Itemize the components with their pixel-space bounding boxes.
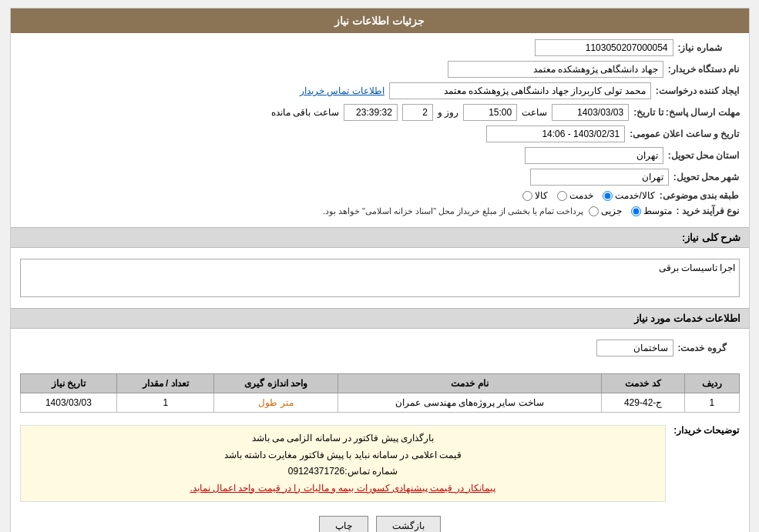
roz-input[interactable] bbox=[402, 104, 433, 121]
tozihat-section: توضیحات خریدار: بارگذاری پیش فاکتور در س… bbox=[11, 419, 749, 508]
form-section: شماره نیاز: نام دستگاه خریدار: ایجاد کنن… bbox=[11, 33, 749, 227]
tozihat-line4: پیمانکار در قیمت پیشنهادی کسورات بیمه و … bbox=[29, 480, 658, 497]
shahr-row: شهر محل تحویل: bbox=[20, 169, 740, 186]
groupe-khedmat-label: گروه خدمت: bbox=[678, 343, 740, 353]
cell-radif: 1 bbox=[685, 393, 739, 413]
kala-radio-label: کالا bbox=[535, 190, 548, 201]
roz-label: روز و bbox=[438, 107, 458, 118]
kala-radio[interactable] bbox=[522, 191, 532, 201]
main-container: جزئیات اطلاعات نیاز شماره نیاز: نام دستگ… bbox=[10, 8, 750, 532]
sharh-section bbox=[11, 253, 749, 308]
page-header: جزئیات اطلاعات نیاز bbox=[11, 8, 749, 33]
button-row: بازگشت چاپ bbox=[11, 508, 749, 532]
tozihat-line3: شماره تماس:09124371726 bbox=[29, 463, 658, 480]
ostan-label: استان محل تحویل: bbox=[668, 150, 740, 161]
page-title: جزئیات اطلاعات نیاز bbox=[334, 15, 425, 27]
mohlat-row: مهلت ارسال پاسخ: تا تاریخ: ساعت روز و سا… bbox=[20, 104, 740, 121]
tabaghe-row: طبقه بندی موضوعی: کالا خدمت کالا/خدمت bbox=[20, 190, 740, 201]
motevaset-radio-label: متوسط bbox=[643, 206, 672, 216]
sharh-section-title: شرح کلی نیاز: bbox=[11, 227, 749, 248]
kala-radio-item[interactable]: کالا bbox=[522, 190, 548, 201]
shomare-niaz-label: شماره نیاز: bbox=[678, 42, 740, 53]
saat-label: ساعت bbox=[522, 107, 547, 118]
col-tarikh: تاریخ نیاز bbox=[20, 374, 117, 393]
jozii-radio[interactable] bbox=[589, 206, 599, 216]
nam-dasgah-input[interactable] bbox=[448, 61, 663, 78]
ettelaat-link[interactable]: اطلاعات تماس خریدار bbox=[300, 85, 385, 96]
tozihat-content: بارگذاری پیش فاکتور در سامانه الزامی می … bbox=[20, 425, 667, 502]
col-nam: نام خدمت bbox=[338, 374, 602, 393]
sharh-textarea[interactable] bbox=[20, 259, 740, 297]
tarikh-saat-row: تاریخ و ساعت اعلان عمومی: bbox=[20, 125, 740, 142]
groupe-khedmat-input[interactable] bbox=[596, 340, 673, 356]
ijad-konande-row: ایجاد کننده درخواست: اطلاعات تماس خریدار bbox=[20, 82, 740, 99]
khedmat-section-title: اطلاعات خدمات مورد نیاز bbox=[11, 308, 749, 329]
cell-nam: ساخت سایر پروژه‌های مهندسی عمران bbox=[338, 393, 602, 413]
tozihat-line1: بارگذاری پیش فاکتور در سامانه الزامی می … bbox=[29, 430, 658, 447]
back-button[interactable]: بازگشت bbox=[376, 516, 441, 532]
tarikh-saat-label: تاریخ و ساعت اعلان عمومی: bbox=[630, 129, 739, 139]
motevaset-radio[interactable] bbox=[631, 206, 641, 216]
groupe-khedmat-row: گروه خدمت: bbox=[20, 340, 740, 356]
shahr-input[interactable] bbox=[530, 169, 669, 186]
groupe-khedmat-section: گروه خدمت: bbox=[11, 333, 749, 367]
ijad-konande-label: ایجاد کننده درخواست: bbox=[656, 85, 740, 96]
nam-dasgah-row: نام دستگاه خریدار: bbox=[20, 61, 740, 78]
mohlat-label: مهلت ارسال پاسخ: تا تاریخ: bbox=[633, 107, 739, 118]
kala-khedmat-radio-item[interactable]: کالا/خدمت bbox=[603, 190, 654, 201]
motevaset-radio-item[interactable]: متوسط bbox=[631, 206, 672, 216]
table-section: ردیف کد خدمت نام خدمت واحد اندازه گیری ت… bbox=[11, 367, 749, 419]
date-input[interactable] bbox=[552, 104, 629, 121]
shomare-niaz-row: شماره نیاز: bbox=[20, 39, 740, 56]
khedmat-radio[interactable] bbox=[557, 191, 567, 201]
jozii-radio-label: جزیی bbox=[601, 206, 622, 216]
shahr-label: شهر محل تحویل: bbox=[673, 172, 740, 182]
kala-khedmat-radio[interactable] bbox=[603, 191, 613, 201]
farayand-note: پرداخت تمام یا بخشی از مبلغ خریداز محل "… bbox=[323, 206, 584, 216]
ostan-row: استان محل تحویل: bbox=[20, 147, 740, 164]
khedmat-radio-label: خدمت bbox=[569, 190, 593, 201]
ostan-input[interactable] bbox=[525, 147, 663, 164]
tarikh-saat-input[interactable] bbox=[486, 125, 625, 142]
tozihat-line2: قیمت اعلامی در سامانه نباید با پیش فاکتو… bbox=[29, 447, 658, 464]
baghimandeh-input[interactable] bbox=[344, 104, 398, 121]
col-vahed: واحد اندازه گیری bbox=[214, 374, 338, 393]
tozihat-label: توضیحات خریدار: bbox=[673, 425, 739, 436]
jozii-radio-item[interactable]: جزیی bbox=[589, 206, 622, 216]
cell-tarikh: 1403/03/03 bbox=[20, 393, 117, 413]
col-radif: ردیف bbox=[685, 374, 739, 393]
table-row: 1 ج-42-429 ساخت سایر پروژه‌های مهندسی عم… bbox=[20, 393, 739, 413]
saat-input[interactable] bbox=[463, 104, 517, 121]
sharh-row bbox=[20, 259, 740, 297]
print-button[interactable]: چاپ bbox=[319, 516, 368, 532]
cell-kod: ج-42-429 bbox=[601, 393, 684, 413]
khedmat-radio-item[interactable]: خدمت bbox=[557, 190, 593, 201]
ijad-konande-input[interactable] bbox=[389, 82, 651, 99]
tabaghe-label: طبقه بندی موضوعی: bbox=[660, 190, 740, 201]
khedmat-title: اطلاعات خدمات مورد نیاز bbox=[634, 313, 741, 324]
col-tedad: تعداد / مقدار bbox=[117, 374, 214, 393]
cell-tedad: 1 bbox=[117, 393, 214, 413]
kala-khedmat-radio-label: کالا/خدمت bbox=[615, 190, 654, 201]
nam-dasgah-label: نام دستگاه خریدار: bbox=[668, 64, 740, 75]
table-header-row: ردیف کد خدمت نام خدمت واحد اندازه گیری ت… bbox=[20, 374, 739, 393]
nove-farayand-label: نوع فرآیند خرید : bbox=[677, 206, 740, 216]
tabaghe-radio-group: کالا خدمت کالا/خدمت bbox=[522, 190, 654, 201]
khedmat-table: ردیف کد خدمت نام خدمت واحد اندازه گیری ت… bbox=[20, 373, 740, 413]
nove-farayand-radio-group: جزیی متوسط bbox=[589, 206, 672, 216]
baghimandeh-label: ساعت باقی مانده bbox=[271, 107, 339, 118]
sharh-label: شرح کلی نیاز: bbox=[682, 232, 741, 243]
cell-vahed: متر طول bbox=[214, 393, 338, 413]
nove-farayand-row: نوع فرآیند خرید : جزیی متوسط پرداخت تمام… bbox=[20, 206, 740, 216]
shomare-niaz-input[interactable] bbox=[535, 39, 673, 56]
col-kod: کد خدمت bbox=[601, 374, 684, 393]
